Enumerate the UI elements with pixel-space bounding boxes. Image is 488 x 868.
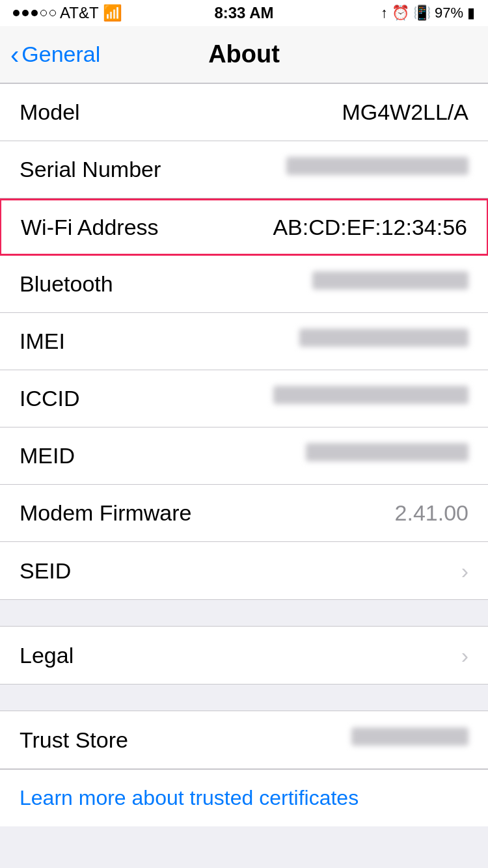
back-label: General (21, 42, 100, 67)
dot-2 (22, 10, 29, 16)
bluetooth-row: Bluetooth (0, 256, 488, 313)
meid-label: MEID (20, 443, 75, 468)
learn-more-link[interactable]: Learn more about trusted certificates (20, 786, 359, 810)
imei-blurred (299, 329, 468, 347)
bluetooth-value (312, 271, 468, 297)
seid-chevron-icon: › (461, 558, 468, 584)
trust-blurred (351, 727, 468, 746)
battery-icon: ▮ (467, 5, 475, 21)
wifi-label: Wi-Fi Address (21, 215, 159, 240)
wifi-value: AB:CD:EF:12:34:56 (273, 215, 467, 240)
trust-label: Trust Store (20, 727, 128, 753)
modem-value: 2.41.00 (395, 500, 468, 526)
trust-value (351, 727, 468, 753)
modem-row: Modem Firmware 2.41.00 (0, 485, 488, 542)
main-settings-group: Model MG4W2LL/A Serial Number Wi-Fi Addr… (0, 83, 488, 600)
learn-more-row[interactable]: Learn more about trusted certificates (0, 769, 488, 826)
iccid-blurred (273, 386, 468, 404)
dot-4 (40, 10, 47, 16)
bluetooth-blurred (312, 271, 468, 290)
seid-row[interactable]: SEID › (0, 542, 488, 599)
carrier-label: AT&T (60, 4, 99, 22)
legal-row[interactable]: Legal › (0, 627, 488, 684)
status-right: ↑ ⏰ 📳 97% ▮ (381, 5, 475, 21)
legal-label: Legal (20, 643, 74, 668)
dot-3 (31, 10, 38, 16)
trust-group: Trust Store (0, 711, 488, 769)
iccid-value (273, 386, 468, 411)
back-chevron-icon: ‹ (10, 42, 19, 68)
serial-value (286, 157, 468, 182)
dot-1 (13, 10, 20, 16)
bluetooth-label: Bluetooth (20, 271, 113, 297)
status-bar: AT&T 📶 8:33 AM ↑ ⏰ 📳 97% ▮ (0, 0, 488, 26)
meid-value (306, 443, 468, 468)
model-row: Model MG4W2LL/A (0, 84, 488, 141)
nav-bar: ‹ General About (0, 26, 488, 83)
serial-blurred (286, 157, 468, 175)
back-button[interactable]: ‹ General (10, 42, 100, 68)
trust-row: Trust Store (0, 711, 488, 768)
serial-row: Serial Number (0, 141, 488, 198)
dot-5 (49, 10, 56, 16)
signal-dots (13, 10, 56, 16)
legal-group: Legal › (0, 626, 488, 685)
model-value: MG4W2LL/A (342, 100, 468, 125)
wifi-row: Wi-Fi Address AB:CD:EF:12:34:56 (0, 198, 488, 256)
page-title: About (208, 40, 280, 68)
location-icon: ↑ (381, 5, 388, 21)
bluetooth-icon: 📳 (413, 5, 431, 21)
wifi-icon: 📶 (103, 4, 122, 22)
imei-label: IMEI (20, 329, 65, 354)
serial-label: Serial Number (20, 157, 161, 182)
status-left: AT&T 📶 (13, 4, 122, 22)
imei-value (299, 329, 468, 354)
meid-row: MEID (0, 427, 488, 485)
seid-label: SEID (20, 558, 71, 584)
gap-1 (0, 600, 488, 626)
alarm-icon: ⏰ (392, 5, 409, 21)
gap-2 (0, 685, 488, 711)
imei-row: IMEI (0, 313, 488, 370)
status-time: 8:33 AM (214, 4, 273, 22)
modem-label: Modem Firmware (20, 500, 191, 526)
model-label: Model (20, 100, 80, 125)
battery-pct: 97% (435, 5, 463, 21)
iccid-row: ICCID (0, 370, 488, 427)
legal-chevron-icon: › (461, 643, 468, 668)
meid-blurred (306, 443, 468, 461)
iccid-label: ICCID (20, 386, 80, 411)
